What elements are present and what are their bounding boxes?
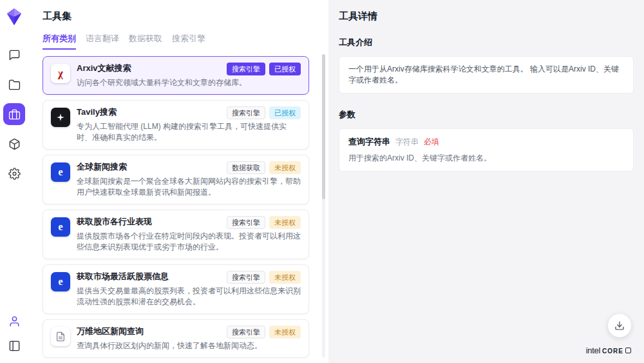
rail-nav — [3, 44, 25, 184]
tool-detail-panel: 工具详情 工具介绍 一个用于从Arxiv存储库搜索科学论文和文章的工具。 输入可… — [328, 0, 644, 363]
intro-text: 一个用于从Arxiv存储库搜索科学论文和文章的工具。 输入可以是Arxiv ID… — [348, 64, 619, 84]
tool-title: 全球新闻搜索 — [77, 161, 227, 173]
sparkle-icon — [51, 108, 70, 127]
param-card: 查询字符串 字符串 必填 用于搜索的Arxiv ID、关键字或作者姓名。 — [339, 128, 634, 172]
category-badge: 搜索引擎 — [227, 106, 265, 119]
chat-icon[interactable] — [3, 44, 25, 66]
category-badge: 数据获取 — [227, 161, 265, 174]
settings-icon[interactable] — [3, 162, 25, 184]
core-logo-text: CORE — [602, 348, 623, 355]
download-icon — [614, 320, 625, 331]
tool-card-global-news[interactable]: e 全球新闻搜索 数据获取 未授权 全球新闻搜索是一个聚合全球各大新闻网站内容的… — [43, 155, 309, 204]
param-type: 字符串 — [395, 137, 419, 148]
params-heading: 参数 — [339, 109, 634, 121]
scrollbar-thumb[interactable] — [322, 54, 325, 199]
tool-card-arxiv[interactable]: χ Arxiv文献搜索 搜索引擎 已授权 访问各个研究领域大量科学论文和文章的存… — [43, 56, 309, 95]
tool-title: 万维地区新闻查询 — [77, 326, 227, 337]
arxiv-icon: χ — [51, 64, 70, 83]
panel-left-icon[interactable] — [3, 335, 25, 357]
briefcase-icon[interactable] — [3, 103, 25, 125]
news-app-icon: e — [51, 162, 70, 182]
tool-list: χ Arxiv文献搜索 搜索引擎 已授权 访问各个研究领域大量科学论文和文章的存… — [43, 56, 309, 358]
document-icon — [51, 327, 70, 346]
stocks-app-icon: e — [51, 217, 70, 237]
tool-card-stock-sectors[interactable]: e 获取股市各行业表现 搜索引擎 未授权 提供股票市场各个行业在特定时间段内的表… — [43, 210, 309, 259]
category-tabs: 所有类别 语言翻译 数据获取 搜索引擎 — [43, 33, 309, 50]
folder-icon[interactable] — [3, 74, 25, 95]
app-logo-icon — [6, 8, 22, 26]
download-button[interactable] — [608, 314, 631, 337]
category-badge: 搜索引擎 — [227, 271, 265, 284]
tab-search-engine[interactable]: 搜索引擎 — [172, 33, 205, 50]
tool-desc: 全球新闻搜索是一个聚合全球各大新闻网站内容的搜索引擎，帮助用户快速获取全球最新资… — [77, 176, 301, 198]
tool-desc: 专为人工智能代理 (LLM) 构建的搜索引擎工具，可快速提供实时、准确和真实的结… — [77, 121, 301, 143]
tool-list-panel: 工具集 所有类别 语言翻译 数据获取 搜索引擎 χ Arxiv文献搜索 搜索引擎… — [28, 0, 328, 363]
tool-desc: 查询具体行政区划内的新闻，快速了解各地新闻动态。 — [77, 340, 301, 351]
tool-desc: 访问各个研究领域大量科学论文和文章的存储库。 — [77, 77, 301, 88]
list-scrollbar — [322, 54, 325, 358]
tab-all-categories[interactable]: 所有类别 — [43, 33, 76, 50]
app-rail — [0, 0, 28, 363]
stocks-app-icon: e — [51, 272, 70, 291]
box-icon[interactable] — [3, 133, 25, 155]
auth-badge: 未授权 — [269, 216, 301, 229]
tool-card-regional-news[interactable]: 万维地区新闻查询 搜索引擎 未授权 查询具体行政区划内的新闻，快速了解各地新闻动… — [43, 319, 309, 358]
core-badge-mark — [625, 348, 631, 353]
auth-badge: 已授权 — [269, 63, 301, 75]
category-badge: 搜索引擎 — [227, 216, 265, 229]
tool-card-active-stocks[interactable]: e 获取市场最活跃股票信息 搜索引擎 未授权 提供当天交易量最高的股票列表，投资… — [43, 264, 309, 314]
tool-title: Arxiv文献搜索 — [77, 63, 227, 74]
tool-title: Tavily搜索 — [77, 106, 227, 118]
intro-heading: 工具介绍 — [339, 37, 634, 48]
page-title: 工具集 — [43, 10, 309, 23]
category-badge: 搜索引擎 — [227, 63, 265, 75]
tool-card-tavily[interactable]: Tavily搜索 搜索引擎 已授权 专为人工智能代理 (LLM) 构建的搜索引擎… — [43, 100, 309, 150]
detail-title: 工具详情 — [339, 10, 634, 23]
intro-card: 一个用于从Arxiv存储库搜索科学论文和文章的工具。 输入可以是Arxiv ID… — [339, 56, 634, 93]
intel-logo-text: intel — [586, 346, 600, 355]
tool-title: 获取股市各行业表现 — [77, 216, 227, 228]
intel-core-logo: intel CORE — [586, 346, 631, 355]
param-name: 查询字符串 — [348, 136, 390, 147]
category-badge: 搜索引擎 — [227, 326, 265, 338]
tab-data-fetch[interactable]: 数据获取 — [129, 33, 162, 50]
auth-badge: 已授权 — [269, 106, 301, 119]
param-required-badge: 必填 — [424, 137, 439, 148]
tool-desc: 提供当天交易量最高的股票列表，投资者可以利用这些信息来识别流动性强的股票和潜在的… — [77, 286, 301, 308]
auth-badge: 未授权 — [269, 271, 301, 284]
tool-desc: 提供股票市场各个行业在特定时间段内的表现。投资者可以利用这些信息来识别表现优于或… — [77, 231, 301, 253]
auth-badge: 未授权 — [269, 326, 301, 338]
rail-bottom — [3, 310, 25, 357]
tool-title: 获取市场最活跃股票信息 — [77, 271, 227, 282]
tab-language-translation[interactable]: 语言翻译 — [86, 33, 119, 50]
app-window: 工具集 所有类别 语言翻译 数据获取 搜索引擎 χ Arxiv文献搜索 搜索引擎… — [0, 0, 644, 363]
param-desc: 用于搜索的Arxiv ID、关键字或作者姓名。 — [348, 153, 624, 164]
auth-badge: 未授权 — [269, 161, 301, 174]
user-icon[interactable] — [3, 310, 25, 332]
